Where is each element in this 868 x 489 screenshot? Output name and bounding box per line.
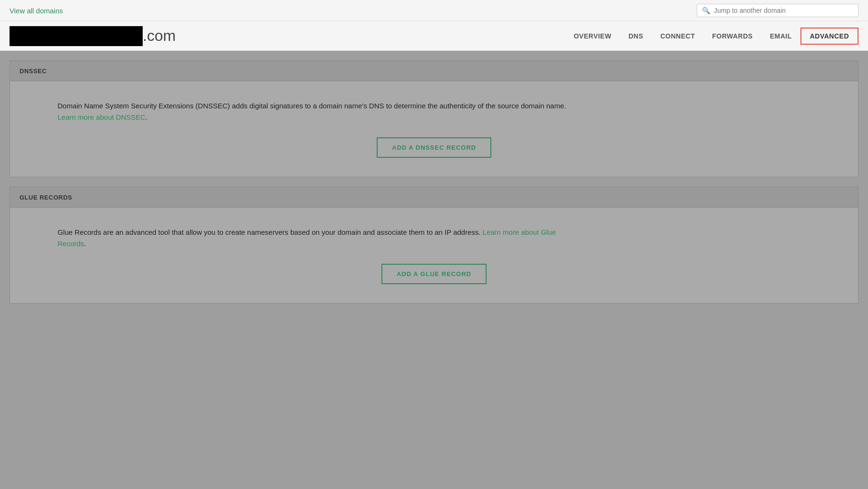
section-title-dnssec: DNSSEC (20, 67, 47, 75)
section-learn-more-dnssec[interactable]: Learn more about DNSSEC (58, 113, 146, 121)
tab-advanced[interactable]: ADVANCED (800, 28, 858, 45)
search-container: 🔍 (697, 4, 858, 17)
tab-email[interactable]: EMAIL (761, 29, 800, 44)
domain-redacted (10, 26, 143, 46)
tab-forwards[interactable]: FORWARDS (703, 29, 761, 44)
domain-search-input[interactable] (714, 7, 853, 14)
section-glue-records: GLUE RECORDSGlue Records are an advanced… (10, 187, 858, 304)
section-header-dnssec: DNSSEC (10, 61, 858, 81)
tab-overview[interactable]: OVERVIEW (565, 29, 620, 44)
section-title-glue-records: GLUE RECORDS (20, 194, 72, 201)
search-icon: 🔍 (702, 7, 710, 14)
navigation-tabs: OVERVIEWDNSCONNECTFORWARDSEMAILADVANCED (565, 28, 858, 45)
section-action-button-glue-records[interactable]: ADD A GLUE RECORD (381, 264, 487, 284)
section-learn-more-glue-records[interactable]: Learn more about Glue Records (58, 228, 556, 248)
section-action-button-dnssec[interactable]: ADD A DNSSEC RECORD (377, 137, 491, 158)
section-dnssec: DNSSECDomain Name System Security Extens… (10, 60, 858, 177)
domain-name-container: .com (10, 26, 176, 46)
tab-connect[interactable]: CONNECT (652, 29, 703, 44)
main-content: DNSSECDomain Name System Security Extens… (0, 51, 868, 323)
top-bar: View all domains 🔍 (0, 0, 868, 21)
section-body-dnssec: Domain Name System Security Extensions (… (10, 81, 858, 177)
section-header-glue-records: GLUE RECORDS (10, 187, 858, 208)
domain-header: .com OVERVIEWDNSCONNECTFORWARDSEMAILADVA… (0, 21, 868, 51)
section-body-glue-records: Glue Records are an advanced tool that a… (10, 208, 858, 303)
view-all-domains-link[interactable]: View all domains (10, 7, 63, 15)
domain-tld: .com (143, 27, 176, 45)
section-description-dnssec: Domain Name System Security Extensions (… (58, 100, 581, 123)
tab-dns[interactable]: DNS (620, 29, 652, 44)
section-description-glue-records: Glue Records are an advanced tool that a… (58, 227, 581, 249)
